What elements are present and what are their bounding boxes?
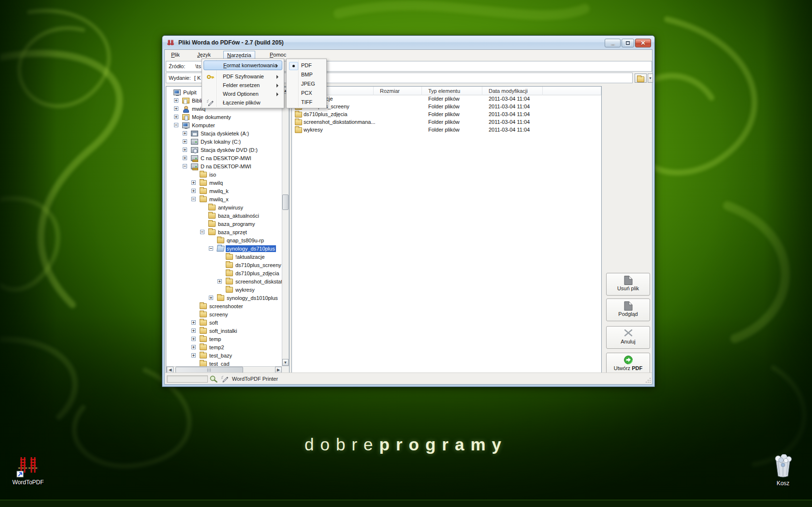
tree-item[interactable]: +mwilq_k — [166, 187, 290, 195]
tree-expand-toggle[interactable]: + — [209, 296, 213, 300]
submenu-item-bmp[interactable]: BMP — [288, 70, 325, 80]
menubar-item-pomoc[interactable]: Pomoc — [266, 51, 290, 59]
menubar-item-narzędzia[interactable]: Narzędzia — [223, 51, 255, 59]
tree-item[interactable]: iso — [166, 171, 290, 179]
tree-expand-toggle[interactable]: + — [191, 337, 196, 341]
maximize-button[interactable] — [622, 39, 634, 47]
tree-item[interactable]: −baza_sprzęt — [166, 228, 290, 236]
menubar-item-plik[interactable]: Plik — [168, 51, 183, 59]
radio-selected-icon — [289, 62, 298, 70]
tree-expand-toggle[interactable]: − — [183, 164, 187, 168]
tree-item[interactable]: +soft_instalki — [166, 327, 290, 335]
menu-item-format-konwertowania[interactable]: Format konwertowania — [203, 60, 282, 70]
action-button-label: Podgląd — [607, 311, 650, 317]
resize-grip[interactable] — [645, 377, 651, 383]
desktop-icon-kosz[interactable]: Kosz — [766, 454, 800, 487]
submenu-item-pcx[interactable]: PCX — [288, 89, 325, 98]
tree-item[interactable]: antywirusy — [166, 204, 290, 211]
tree-item[interactable]: +temp — [166, 335, 290, 343]
tree-vertical-scrollbar[interactable]: ▲ ▼ — [282, 87, 289, 366]
file-list-row[interactable]: ds710plus_screenyFolder plików2011-03-04… — [292, 103, 601, 111]
tree-item[interactable]: +Stacja dyskietek (A:) — [166, 130, 290, 137]
tree-expand-toggle[interactable]: + — [191, 345, 196, 349]
tree-expand-toggle[interactable]: + — [174, 98, 178, 103]
tree-expand-toggle[interactable]: + — [183, 139, 187, 144]
tree-expand-toggle[interactable]: − — [174, 123, 178, 127]
action-button-usu-plik[interactable]: Usuń plik — [606, 273, 650, 296]
edition-label: Wydanie: — [169, 75, 191, 81]
tree-item[interactable]: baza_aktualności — [166, 212, 290, 220]
tree-item[interactable]: +Dysk lokalny (C:) — [166, 138, 290, 146]
desktop: { "colors": { "accent_blue":"#2e66c9", "… — [0, 0, 812, 507]
tree-expand-toggle[interactable]: − — [209, 246, 213, 251]
tree-item[interactable]: +mwilq — [166, 179, 290, 187]
tree-item[interactable]: +test_bazy — [166, 352, 290, 359]
submenu-item-tiff[interactable]: TIFF — [288, 98, 325, 107]
tree-item-label: soft_instalki — [208, 328, 238, 334]
file-list-row[interactable]: wykresyFolder plików2011-03-04 11:04 — [292, 126, 601, 134]
tree-expand-toggle[interactable]: − — [191, 197, 196, 201]
action-button-anuluj[interactable]: Anuluj — [606, 326, 650, 349]
tree-expand-toggle[interactable]: + — [183, 131, 187, 135]
tree-item[interactable]: +temp2 — [166, 343, 290, 351]
tree-item[interactable]: ds710plus_zdjęcia — [166, 269, 290, 277]
file-list-row[interactable]: ds710plus_zdjęciaFolder plików2011-03-04… — [292, 111, 601, 119]
tree-item[interactable]: baza_programy — [166, 220, 290, 228]
tree-item[interactable]: qnap_ts809u-rp — [166, 237, 290, 244]
submenu-item-jpeg[interactable]: JPEG — [288, 79, 325, 89]
tree-item[interactable]: !aktualizacje — [166, 253, 290, 261]
tree-expand-toggle[interactable]: + — [191, 328, 196, 333]
tree-expand-toggle[interactable]: + — [191, 189, 196, 193]
tree-expand-toggle[interactable]: + — [174, 106, 178, 111]
tree-expand-toggle[interactable]: + — [191, 180, 196, 185]
tree-item[interactable]: +Moje dokumenty — [166, 113, 290, 121]
file-list-row[interactable]: !aktualizacjeFolder plików2011-03-04 11:… — [292, 95, 601, 103]
folder-icon — [217, 295, 224, 301]
window-titlebar[interactable]: Pliki Worda do PDFów - 2.7 (build 205) ✕ — [162, 36, 654, 49]
menu-item-word-optionen[interactable]: Word Optionen — [203, 89, 282, 99]
tree-expand-toggle[interactable]: + — [183, 148, 187, 152]
tree-item[interactable]: −synology_ds710plus — [166, 245, 290, 253]
tree-expand-toggle[interactable]: + — [218, 279, 222, 283]
desktop-icon-wordtopdf[interactable]: WordToPDF — [7, 455, 49, 486]
list-column-header[interactable]: Rozmiar — [374, 87, 422, 95]
format-submenu-popup: PDFBMPJPEGPCXTIFF — [286, 59, 327, 108]
action-button-podgl-d[interactable]: Podgląd — [606, 298, 650, 321]
tree-item[interactable]: +C na DESKTOP-MWI — [166, 154, 290, 162]
tree-item[interactable]: +synology_ds1010plus — [166, 294, 290, 302]
tree-item[interactable]: −Komputer — [166, 121, 290, 129]
close-button[interactable]: ✕ — [635, 39, 651, 47]
submenu-item-pdf[interactable]: PDF — [288, 61, 325, 71]
tree-expand-toggle[interactable]: + — [191, 353, 196, 358]
progress-box — [167, 375, 208, 383]
menu-item-felder-ersetzen[interactable]: Felder ersetzen — [203, 81, 282, 90]
tree-item[interactable]: −D na DESKTOP-MWI — [166, 163, 290, 170]
sign-pen-icon[interactable] — [221, 375, 230, 385]
tree-item[interactable]: screenshooter — [166, 302, 290, 310]
tree-item[interactable]: wykresy — [166, 286, 290, 294]
folder-icon — [200, 188, 207, 194]
tree-expand-toggle[interactable]: + — [174, 115, 178, 119]
action-button-utw-rz-pdf[interactable]: Utwórz PDF — [606, 353, 650, 375]
file-list-row[interactable]: screenshot_diskstationmana...Folder plik… — [292, 119, 601, 126]
list-column-header[interactable] — [543, 87, 601, 95]
tree-item[interactable]: +Stacja dysków DVD (D:) — [166, 146, 290, 154]
magnifier-icon[interactable] — [209, 375, 218, 385]
tree-expand-toggle[interactable]: + — [183, 156, 187, 160]
minimize-button[interactable] — [605, 39, 621, 47]
menubar-item-język[interactable]: Język — [194, 51, 214, 59]
menu-item-łączenie-plików[interactable]: Łączenie plików — [203, 98, 282, 108]
tree-item[interactable]: −mwilq_x — [166, 195, 290, 203]
tree-item[interactable]: +screenshot_diskstationmana... — [166, 278, 290, 285]
tree-item[interactable]: +soft — [166, 319, 290, 327]
tree-item[interactable]: screeny — [166, 311, 290, 318]
list-column-header[interactable]: Typ elementu — [422, 87, 482, 95]
tree-item[interactable]: ds710plus_screeny — [166, 261, 290, 269]
menu-item-pdf-szyfrowanie[interactable]: PDF Szyfrowanie — [203, 72, 282, 82]
list-column-header[interactable]: Data modyfikacji — [482, 87, 543, 95]
folder-icon — [226, 254, 233, 260]
tree-expand-toggle[interactable]: + — [191, 320, 196, 325]
tree-expand-toggle[interactable]: − — [200, 230, 204, 234]
edition-dropdown-button[interactable]: ▼ — [648, 74, 653, 83]
browse-folder-button[interactable] — [635, 74, 647, 83]
